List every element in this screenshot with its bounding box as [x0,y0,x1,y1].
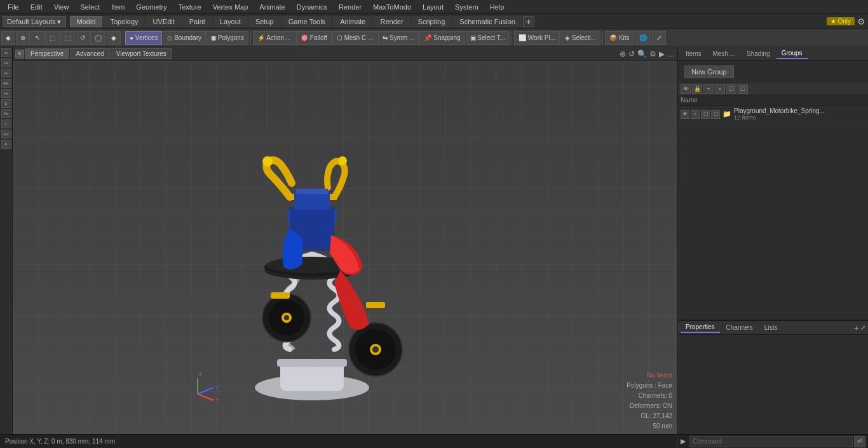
sidebar-de[interactable]: De [1,58,11,67]
sidebar-em[interactable]: E [1,99,11,108]
sidebar-vert[interactable]: Ve [1,89,11,98]
group-chk2-btn[interactable]: ☐ [711,110,720,119]
viewport-tab-textures[interactable]: Viewport Textures [111,48,172,59]
menu-item[interactable]: Item [106,2,130,12]
sidebar-f[interactable]: F [1,140,11,149]
viewport-menu-btn[interactable]: ≡ [15,50,24,58]
sidebar-c[interactable]: C [1,119,11,128]
group-icon-remove[interactable]: × [715,84,725,94]
viewport-more-icon[interactable]: … [667,50,675,58]
group-item[interactable]: 👁 + ☐ ☐ 📁 Playground_Motorbike_Spring...… [678,105,868,123]
menu-file[interactable]: File [3,2,24,12]
tool-circle[interactable]: ◯ [90,31,106,45]
tool-select-arrow[interactable]: ↖ [31,31,44,45]
sidebar-uv[interactable]: UV [1,130,11,139]
tool-globe[interactable]: 🌐 [635,31,651,45]
group-item-name: Playground_Motorbike_Spring... [734,107,865,114]
snapping-button[interactable]: 📌 Snapping [419,31,465,45]
viewport-canvas[interactable]: X Y Z No Items Polygons : Face Channels:… [13,61,677,434]
tool-shape[interactable]: ◆ [107,31,121,45]
name-column-header: Name [681,97,698,104]
menu-maxtomodo[interactable]: MaxToModo [368,2,416,12]
viewport-tab-advanced[interactable]: Advanced [70,48,109,59]
group-eye-btn[interactable]: 👁 [681,110,689,119]
new-group-button[interactable]: New Group [684,65,734,78]
tool-rect1[interactable]: ⬚ [45,31,60,45]
workplane-button[interactable]: ⬜ Work Pl... [514,31,560,45]
select-button[interactable]: ▣ Select T... [466,31,510,45]
group-add-btn[interactable]: + [691,110,700,119]
tool-maximize[interactable]: ⤢ [652,31,666,45]
group-chk1-btn[interactable]: ☐ [701,110,710,119]
tool-rotate[interactable]: ↺ [76,31,90,45]
tab-scripting[interactable]: Scripting [411,16,452,27]
vertices-button[interactable]: ● Vertices [125,31,162,45]
menu-dynamics[interactable]: Dynamics [292,2,332,12]
polygons-button[interactable]: ◼ Polygons [207,31,248,45]
viewport-reset-icon[interactable]: ↺ [628,50,635,58]
viewport-search-icon[interactable]: 🔍 [637,50,647,58]
tab-layout[interactable]: Layout [213,16,248,27]
sidebar-pol[interactable]: Po [1,109,11,118]
group-icon-check2[interactable]: ☐ [738,84,748,94]
prop-tab-properties[interactable]: Properties [681,322,720,333]
mesh-button[interactable]: ⬡ Mesh C ... [332,31,377,45]
panel-tab-groups[interactable]: Groups [776,48,808,59]
tab-paint[interactable]: Paint [182,16,212,27]
bottom-area: Position X, Y, Z: 0 m, 830 mm, 114 mm ▶ … [0,434,868,448]
tab-uvedit[interactable]: UVEdit [146,16,182,27]
properties-add-button[interactable]: + [854,323,859,333]
properties-expand-icon[interactable]: ⤢ [860,324,865,331]
group-icon-check1[interactable]: ☐ [726,84,736,94]
sidebar-expand[interactable]: ≡ [1,48,11,57]
boundary-button[interactable]: ◇ Boundary [163,31,206,45]
panel-tab-mesh[interactable]: Mesh ... [707,49,740,58]
menu-geometry[interactable]: Geometry [131,2,172,12]
viewport-tab-perspective[interactable]: Perspective [25,48,69,59]
menu-render[interactable]: Render [334,2,367,12]
tab-topology[interactable]: Topology [103,16,145,27]
kits-button[interactable]: 📦 Kits [605,31,634,45]
panel-tab-items[interactable]: Items [681,49,706,58]
group-icon-eye[interactable]: 👁 [681,84,691,94]
tab-setup[interactable]: Setup [248,16,281,27]
unit-text: 50 mm [627,421,672,431]
menu-layout[interactable]: Layout [417,2,449,12]
command-submit-button[interactable]: ⏎ [854,436,865,447]
tool-rect2[interactable]: ⬚ [60,31,75,45]
sidebar-mesh[interactable]: Me [1,79,11,88]
sidebar-dup[interactable]: Du [1,69,11,78]
menu-texture[interactable]: Texture [173,2,207,12]
tab-animate[interactable]: Animate [333,16,372,27]
layout-dropdown[interactable]: Default Layouts ▾ [3,16,66,27]
group-icon-add[interactable]: + [703,84,714,94]
settings-icon[interactable]: ⚙ [857,17,865,27]
tab-render[interactable]: Render [373,16,410,27]
command-input[interactable] [689,436,853,447]
add-layout-tab-button[interactable]: + [523,16,534,27]
falloff-button[interactable]: 🎯 Falloff [296,31,332,45]
viewport-play-icon[interactable]: ▶ [659,50,665,58]
menu-system[interactable]: System [450,2,484,12]
menu-select[interactable]: Select [75,2,105,12]
viewport-settings-icon[interactable]: ⚙ [649,50,656,58]
svg-rect-18 [366,302,385,308]
menu-edit[interactable]: Edit [25,2,48,12]
selection-button[interactable]: ◈ Selecti... [560,31,600,45]
tool-diamond[interactable]: ◆ [1,31,15,45]
menu-vertex-map[interactable]: Vertex Map [208,2,254,12]
menu-animate[interactable]: Animate [254,2,290,12]
prop-tab-channels[interactable]: Channels [721,323,758,332]
menu-help[interactable]: Help [485,2,510,12]
action-button[interactable]: ⚡ Action ... [253,31,295,45]
prop-tab-lists[interactable]: Lists [759,323,783,332]
tab-schematic-fusion[interactable]: Schematic Fusion [452,16,522,27]
viewport-maximize-icon[interactable]: ⊕ [620,50,626,58]
menu-view[interactable]: View [49,2,74,12]
symmetry-button[interactable]: ⇆ Symm ... [378,31,419,45]
tab-model[interactable]: Model [70,16,103,27]
tool-crosshair[interactable]: ⊕ [16,31,30,45]
panel-tab-shading[interactable]: Shading [742,49,775,58]
tab-gametools[interactable]: Game Tools [281,16,333,27]
group-icon-lock[interactable]: 🔒 [692,84,702,94]
